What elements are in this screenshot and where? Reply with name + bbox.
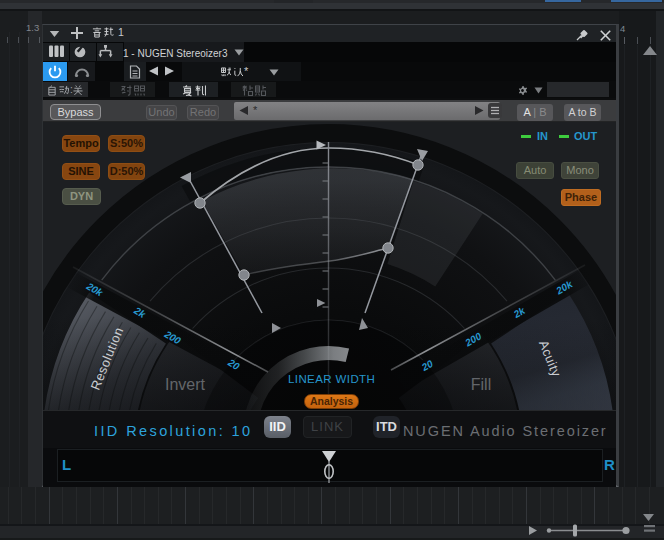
svg-text:Fill: Fill — [471, 376, 491, 393]
svg-text:Invert: Invert — [165, 376, 206, 393]
